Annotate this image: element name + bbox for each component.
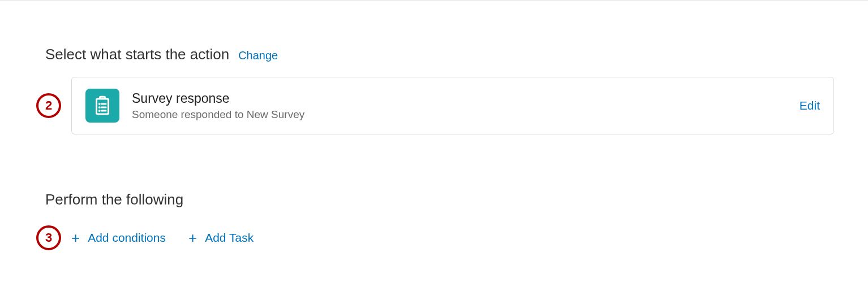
step-badge-2: 2 <box>36 93 61 118</box>
edit-link[interactable]: Edit <box>800 99 820 112</box>
trigger-title: Survey response <box>132 91 787 106</box>
change-link[interactable]: Change <box>238 49 278 62</box>
perform-action-row: 3 + Add conditions + Add Task <box>45 225 834 250</box>
clipboard-icon <box>85 89 119 123</box>
plus-icon: + <box>188 230 197 245</box>
add-conditions-button[interactable]: + Add conditions <box>71 230 166 245</box>
perform-section: Perform the following 3 + Add conditions… <box>45 191 834 250</box>
add-task-label: Add Task <box>205 231 253 245</box>
trigger-section-heading: Select what starts the action <box>45 46 229 63</box>
trigger-subtitle: Someone responded to New Survey <box>132 108 787 121</box>
step-badge-3: 3 <box>36 225 61 250</box>
action-buttons: + Add conditions + Add Task <box>71 230 253 245</box>
trigger-row: 2 Survey response Someone responded to N… <box>45 77 834 134</box>
add-task-button[interactable]: + Add Task <box>188 230 253 245</box>
trigger-card[interactable]: Survey response Someone responded to New… <box>71 77 834 134</box>
perform-heading: Perform the following <box>45 191 834 208</box>
step-number: 2 <box>45 98 52 113</box>
plus-icon: + <box>71 230 80 245</box>
step-number: 3 <box>45 230 52 245</box>
trigger-text: Survey response Someone responded to New… <box>132 91 787 121</box>
trigger-section-header: Select what starts the action Change <box>45 46 834 63</box>
add-conditions-label: Add conditions <box>88 231 166 245</box>
